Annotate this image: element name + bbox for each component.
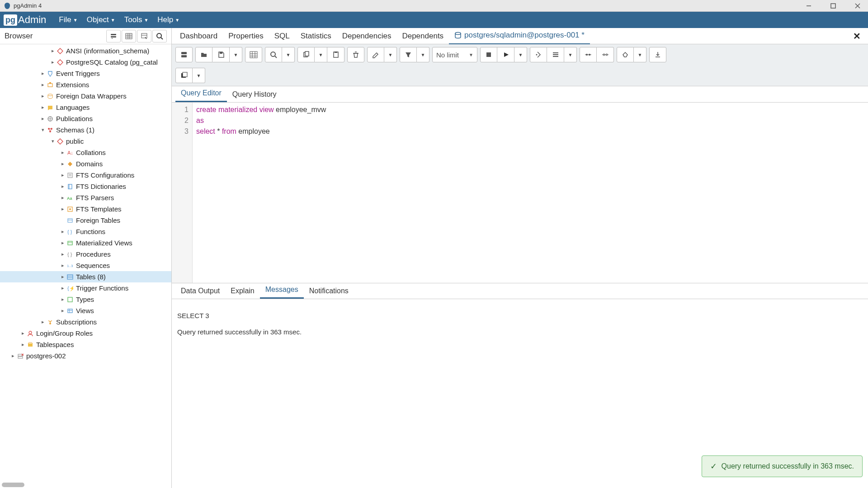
menu-object[interactable]: Object▼ — [82, 13, 120, 27]
tree-item[interactable]: ▸Subscriptions — [0, 316, 171, 328]
tree-caret[interactable]: ▸ — [60, 308, 66, 314]
tb-execute-dd[interactable]: ▼ — [514, 47, 527, 62]
object-tree[interactable]: ▸ANSI (information_schema)▸PostgreSQL Ca… — [0, 44, 171, 488]
output-tab-data-output[interactable]: Data Output — [175, 283, 225, 299]
tab-query-history[interactable]: Query History — [227, 87, 282, 102]
tree-item[interactable]: ▸Foreign Data Wrappers — [0, 90, 171, 102]
tb-edit-dd[interactable]: ▼ — [384, 47, 397, 62]
tree-caret[interactable]: ▸ — [60, 240, 66, 246]
tree-item[interactable]: ▸AaFTS Parsers — [0, 192, 171, 203]
tb-scratch[interactable] — [175, 68, 193, 83]
tree-caret[interactable]: ▸ — [10, 353, 16, 359]
tb-filter-dd[interactable]: ▼ — [417, 47, 429, 62]
tree-item[interactable]: ▸A↓Collations — [0, 147, 171, 158]
tab-dependents[interactable]: Dependents — [396, 28, 449, 44]
output-tab-notifications[interactable]: Notifications — [304, 283, 354, 299]
tb-edit-grid[interactable] — [245, 47, 262, 62]
tree-item[interactable]: ▸{ }Functions — [0, 226, 171, 237]
tree-caret[interactable]: ▸ — [60, 229, 66, 235]
tab-dashboard[interactable]: Dashboard — [175, 28, 223, 44]
tb-find[interactable] — [265, 47, 282, 62]
tree-item[interactable]: ▸PostgreSQL Catalog (pg_catal — [0, 56, 171, 68]
tb-edit[interactable] — [367, 47, 384, 62]
tree-item[interactable]: ▸Tablespaces — [0, 339, 171, 350]
tb-paste[interactable] — [327, 47, 344, 62]
tree-item[interactable]: ▸{⚡}Trigger Functions — [0, 282, 171, 294]
tree-item[interactable]: ▸Languages — [0, 102, 171, 113]
tb-rollback[interactable] — [597, 47, 614, 62]
tb-explain[interactable] — [530, 47, 547, 62]
tb-save-dd[interactable]: ▼ — [230, 47, 242, 62]
tb-server[interactable] — [175, 47, 193, 62]
tab-dependencies[interactable]: Dependencies — [337, 28, 397, 44]
editor-code[interactable]: create materialized view employee_mvwass… — [193, 103, 868, 283]
sidebar-tool-3[interactable] — [137, 30, 151, 42]
tab-statistics[interactable]: Statistics — [295, 28, 337, 44]
sidebar-search[interactable] — [152, 30, 167, 42]
tb-execute[interactable] — [497, 47, 514, 62]
sidebar-tool-1[interactable] — [106, 30, 121, 42]
close-button[interactable] — [851, 1, 864, 10]
tb-clear[interactable] — [617, 47, 634, 62]
tree-caret[interactable]: ▸ — [40, 116, 46, 122]
menu-tools[interactable]: Tools▼ — [120, 13, 153, 27]
tree-caret[interactable]: ▸ — [40, 319, 46, 325]
tree-caret[interactable]: ▸ — [60, 263, 66, 268]
menu-file[interactable]: File▼ — [54, 13, 82, 27]
tree-caret[interactable]: ▸ — [20, 330, 26, 336]
tree-item[interactable]: ▸postgres-002 — [0, 350, 171, 361]
tree-caret[interactable]: ▸ — [60, 285, 66, 291]
tab-close-button[interactable]: ✕ — [849, 31, 865, 42]
tree-item[interactable]: Foreign Tables — [0, 215, 171, 226]
tb-download[interactable] — [649, 47, 666, 62]
output-tab-messages[interactable]: Messages — [260, 282, 304, 299]
tb-filter[interactable] — [400, 47, 417, 62]
tb-explain-dd[interactable]: ▼ — [564, 47, 577, 62]
tb-stop[interactable] — [480, 47, 497, 62]
sidebar-tool-2[interactable] — [122, 30, 136, 42]
tree-caret[interactable]: ▸ — [60, 161, 66, 167]
tb-open[interactable] — [195, 47, 212, 62]
tb-explain-analyze[interactable] — [547, 47, 564, 62]
tree-item[interactable]: ▸Types — [0, 294, 171, 305]
tb-limit-select[interactable]: No limit▼ — [432, 47, 477, 62]
tree-item[interactable]: ▸Extensions — [0, 79, 171, 90]
tb-delete[interactable] — [347, 47, 364, 62]
tree-caret[interactable]: ▸ — [40, 104, 46, 110]
tree-item[interactable]: ▾public — [0, 136, 171, 147]
tree-caret[interactable]: ▸ — [60, 183, 66, 189]
tree-item[interactable]: ▸Materialized Views — [0, 237, 171, 249]
tab-properties[interactable]: Properties — [223, 28, 269, 44]
tb-clear-dd[interactable]: ▼ — [634, 47, 646, 62]
tb-copy-dd[interactable]: ▼ — [315, 47, 327, 62]
tb-commit[interactable] — [580, 47, 597, 62]
tree-caret[interactable]: ▸ — [50, 59, 56, 65]
tree-item[interactable]: ▸Views — [0, 305, 171, 316]
tree-item[interactable]: ▸ANSI (information_schema) — [0, 45, 171, 56]
tree-item[interactable]: ▸Event Triggers — [0, 68, 171, 79]
tb-find-dd[interactable]: ▼ — [282, 47, 295, 62]
tree-caret[interactable]: ▾ — [40, 127, 46, 133]
tab-sql[interactable]: SQL — [269, 28, 295, 44]
tree-caret[interactable]: ▸ — [40, 70, 46, 76]
tree-item[interactable]: ▸1..3Sequences — [0, 260, 171, 271]
tree-caret[interactable]: ▸ — [60, 150, 66, 155]
tree-item[interactable]: ▸Tables (8) — [0, 271, 171, 282]
tree-caret[interactable]: ▸ — [60, 274, 66, 280]
output-tab-explain[interactable]: Explain — [225, 283, 259, 299]
minimize-button[interactable] — [802, 1, 816, 10]
tree-caret[interactable]: ▸ — [60, 251, 66, 257]
tree-caret[interactable]: ▸ — [40, 93, 46, 99]
tree-item[interactable]: ▸{ }Procedures — [0, 249, 171, 260]
menu-help[interactable]: Help▼ — [153, 13, 184, 27]
tree-item[interactable]: ▸FTS Configurations — [0, 169, 171, 181]
tree-item[interactable]: ▾Schemas (1) — [0, 124, 171, 136]
tree-caret[interactable]: ▸ — [50, 48, 56, 54]
tree-item[interactable]: ▸FTS Dictionaries — [0, 181, 171, 192]
tb-save[interactable] — [212, 47, 230, 62]
tree-caret[interactable]: ▸ — [20, 342, 26, 347]
tree-item[interactable]: ▸Publications — [0, 113, 171, 124]
tree-item[interactable]: ▸FTS Templates — [0, 203, 171, 215]
tb-copy[interactable] — [297, 47, 315, 62]
tree-item[interactable]: ▸Domains — [0, 158, 171, 169]
